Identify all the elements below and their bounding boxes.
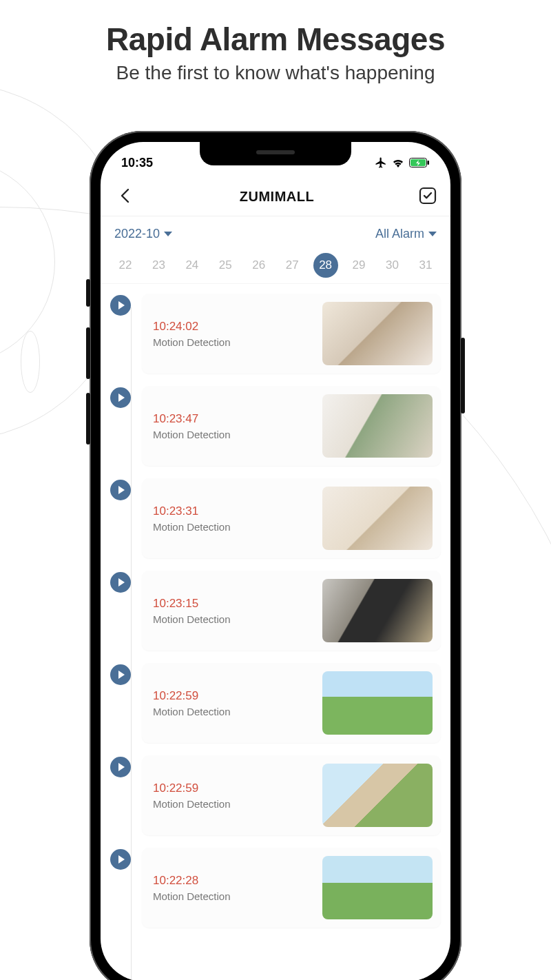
- alarm-type: Motion Detection: [153, 521, 231, 533]
- battery-charging-icon: [409, 158, 430, 167]
- alarm-thumbnail: [322, 302, 433, 365]
- alarm-type: Motion Detection: [153, 336, 231, 348]
- phone-screen: 10:35 ZUMIMALL: [101, 142, 450, 980]
- alarm-card[interactable]: 10:22:59Motion Detection: [142, 663, 441, 743]
- date-pill[interactable]: 23: [146, 253, 171, 278]
- date-pill[interactable]: 30: [380, 253, 405, 278]
- alarm-card[interactable]: 10:24:02Motion Detection: [142, 294, 441, 374]
- alarm-time: 10:22:59: [153, 689, 231, 703]
- date-pill[interactable]: 27: [280, 253, 304, 278]
- alarm-time: 10:23:47: [153, 412, 231, 426]
- play-button[interactable]: [110, 480, 131, 500]
- play-button[interactable]: [110, 387, 131, 408]
- date-pill[interactable]: 22: [113, 253, 138, 278]
- app-title: ZUMIMALL: [240, 189, 314, 205]
- alarm-type: Motion Detection: [153, 613, 231, 625]
- alarm-card[interactable]: 10:22:28Motion Detection: [142, 848, 441, 928]
- alarm-time: 10:23:31: [153, 504, 231, 518]
- month-label: 2022-10: [114, 227, 160, 241]
- play-button[interactable]: [110, 664, 131, 685]
- alarm-item: 10:23:31Motion Detection: [110, 478, 441, 558]
- date-pill[interactable]: 25: [213, 253, 238, 278]
- alarm-time: 10:22:28: [153, 874, 231, 888]
- alarm-item: 10:23:15Motion Detection: [110, 571, 441, 651]
- date-pill[interactable]: 29: [346, 253, 371, 278]
- alarm-thumbnail: [322, 579, 433, 642]
- alarm-thumbnail: [322, 856, 433, 919]
- back-button[interactable]: [114, 183, 135, 211]
- svg-rect-1: [428, 161, 430, 165]
- alarm-card[interactable]: 10:23:47Motion Detection: [142, 386, 441, 466]
- marketing-subtitle: Be the first to know what's happening: [0, 62, 551, 84]
- alarm-thumbnail: [322, 487, 433, 550]
- alarm-type: Motion Detection: [153, 429, 231, 440]
- status-time: 10:35: [121, 156, 153, 170]
- alarm-time: 10:23:15: [153, 597, 231, 611]
- alarm-item: 10:22:59Motion Detection: [110, 755, 441, 835]
- alarm-item: 10:24:02Motion Detection: [110, 294, 441, 374]
- alarm-card[interactable]: 10:23:31Motion Detection: [142, 478, 441, 558]
- chevron-down-icon: [428, 232, 437, 236]
- date-strip: 22232425262728293031: [101, 251, 450, 284]
- alarm-type: Motion Detection: [153, 798, 231, 810]
- date-pill[interactable]: 28: [313, 253, 338, 278]
- play-button[interactable]: [110, 849, 131, 870]
- marketing-title: Rapid Alarm Messages: [0, 21, 551, 58]
- date-pill[interactable]: 31: [413, 253, 438, 278]
- multi-select-button[interactable]: [419, 187, 437, 207]
- airplane-mode-icon: [375, 156, 387, 169]
- alarm-thumbnail: [322, 394, 433, 458]
- alarm-card[interactable]: 10:23:15Motion Detection: [142, 571, 441, 651]
- play-button[interactable]: [110, 757, 131, 777]
- play-button[interactable]: [110, 572, 131, 593]
- alarm-type: Motion Detection: [153, 706, 231, 717]
- month-picker[interactable]: 2022-10: [114, 227, 172, 241]
- chevron-down-icon: [164, 232, 172, 236]
- date-pill[interactable]: 24: [180, 253, 205, 278]
- alarm-type: Motion Detection: [153, 890, 231, 902]
- alarm-thumbnail: [322, 764, 433, 827]
- alarm-item: 10:22:28Motion Detection: [110, 848, 441, 928]
- alarm-item: 10:22:59Motion Detection: [110, 663, 441, 743]
- alarm-item: 10:23:47Motion Detection: [110, 386, 441, 466]
- alarm-time: 10:22:59: [153, 782, 231, 795]
- date-pill[interactable]: 26: [247, 253, 271, 278]
- alarm-time: 10:24:02: [153, 320, 231, 334]
- phone-notch: [200, 142, 351, 165]
- alarm-thumbnail: [322, 671, 433, 735]
- alarm-card[interactable]: 10:22:59Motion Detection: [142, 755, 441, 835]
- alarm-filter-label: All Alarm: [375, 227, 424, 241]
- alarm-list[interactable]: 10:24:02Motion Detection10:23:47Motion D…: [101, 284, 450, 980]
- play-button[interactable]: [110, 295, 131, 316]
- phone-frame: 10:35 ZUMIMALL: [90, 131, 461, 980]
- alarm-filter[interactable]: All Alarm: [375, 227, 437, 241]
- wifi-icon: [391, 158, 405, 167]
